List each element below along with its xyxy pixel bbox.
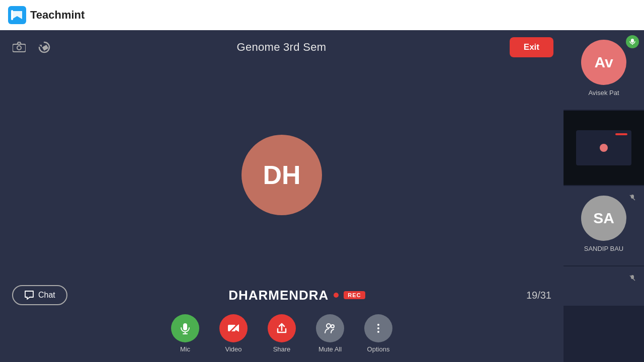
- mic-off-icon-sandip: [629, 194, 636, 201]
- share-button[interactable]: [268, 314, 296, 342]
- video-icon: [227, 322, 239, 334]
- session-title: Genome 3rd Sem: [236, 41, 326, 54]
- participant-name-area: DHARMENDRA REC: [228, 288, 365, 303]
- sandip-name: SANDIP BAU: [582, 245, 626, 256]
- svg-rect-2: [11, 10, 13, 20]
- mute-all-button[interactable]: [316, 314, 344, 342]
- camera-icon: [13, 42, 26, 53]
- mic-active-indicator: [626, 35, 639, 48]
- mic-icon: [179, 322, 191, 334]
- share-icon: [276, 322, 288, 334]
- sidebar-participant-sandip[interactable]: SA SANDIP BAU: [564, 186, 644, 266]
- topbar: Teachmint: [0, 0, 644, 30]
- chat-icon: [24, 290, 34, 300]
- chat-button[interactable]: Chat: [12, 285, 67, 305]
- svg-point-4: [17, 46, 21, 50]
- center-header: Genome 3rd Sem Exit: [0, 30, 564, 64]
- svg-point-16: [377, 327, 379, 329]
- main-area: Genome 3rd Sem Exit DH Chat DHARMENDRA R…: [0, 30, 644, 362]
- sidebar-screen-share[interactable]: [564, 111, 644, 186]
- options-control: Options: [364, 314, 392, 353]
- mute-all-label: Mute All: [318, 345, 342, 353]
- video-control: Video: [219, 314, 248, 353]
- sidebar-participant-avisek[interactable]: Av Avisek Pat: [564, 30, 644, 111]
- bottom-info: Chat DHARMENDRA REC 19/31: [0, 285, 564, 309]
- avisek-name: Avisek Pat: [586, 89, 621, 101]
- share-label: Share: [273, 345, 291, 353]
- mic-muted-indicator-partial: [626, 272, 639, 285]
- svg-rect-6: [42, 45, 49, 51]
- share-control: Share: [268, 314, 296, 353]
- options-button[interactable]: [364, 314, 392, 342]
- participant-count: 19/31: [526, 290, 551, 301]
- logo: Teachmint: [8, 6, 85, 24]
- participants-sidebar: Av Avisek Pat: [564, 30, 644, 362]
- sidebar-participant-partial[interactable]: [564, 266, 644, 307]
- svg-point-17: [377, 331, 379, 333]
- mic-label: Mic: [180, 345, 190, 353]
- video-button[interactable]: [219, 314, 248, 342]
- screen-thumbnail: [564, 111, 644, 185]
- options-icon: [372, 322, 384, 334]
- rec-dot: [334, 293, 339, 298]
- svg-point-15: [377, 324, 379, 326]
- rotate-icon: [38, 41, 51, 54]
- mic-muted-indicator-sandip: [626, 191, 639, 204]
- rotate-icon-button[interactable]: [35, 38, 53, 56]
- mic-off-icon-partial: [629, 275, 636, 282]
- svg-rect-7: [183, 323, 187, 330]
- mute-all-icon: [324, 322, 336, 334]
- mute-all-control: Mute All: [316, 314, 344, 353]
- main-speaker-avatar: DH: [242, 135, 322, 215]
- teachmint-logo-icon: [8, 6, 26, 24]
- svg-point-14: [331, 325, 334, 328]
- rec-badge: REC: [344, 291, 365, 299]
- svg-rect-18: [631, 39, 634, 43]
- sandip-initials: SA: [593, 210, 614, 227]
- mic-button[interactable]: [171, 314, 199, 342]
- logo-text: Teachmint: [30, 9, 85, 22]
- avisek-avatar: Av: [581, 40, 626, 85]
- chat-label: Chat: [38, 291, 55, 300]
- header-icons: [10, 38, 53, 56]
- mic-control: Mic: [171, 314, 199, 353]
- avatar-area: DH: [0, 64, 564, 285]
- mic-on-icon: [629, 38, 636, 45]
- avisek-initials: Av: [594, 54, 613, 71]
- exit-button[interactable]: Exit: [510, 37, 553, 57]
- sandip-avatar: SA: [581, 196, 626, 241]
- camera-icon-button[interactable]: [10, 38, 28, 56]
- participant-name: DHARMENDRA: [228, 288, 329, 303]
- options-label: Options: [367, 345, 390, 353]
- controls-bar: Mic Video: [0, 309, 564, 362]
- svg-point-13: [327, 324, 331, 328]
- center-area: Genome 3rd Sem Exit DH Chat DHARMENDRA R…: [0, 30, 564, 362]
- video-label: Video: [225, 345, 242, 353]
